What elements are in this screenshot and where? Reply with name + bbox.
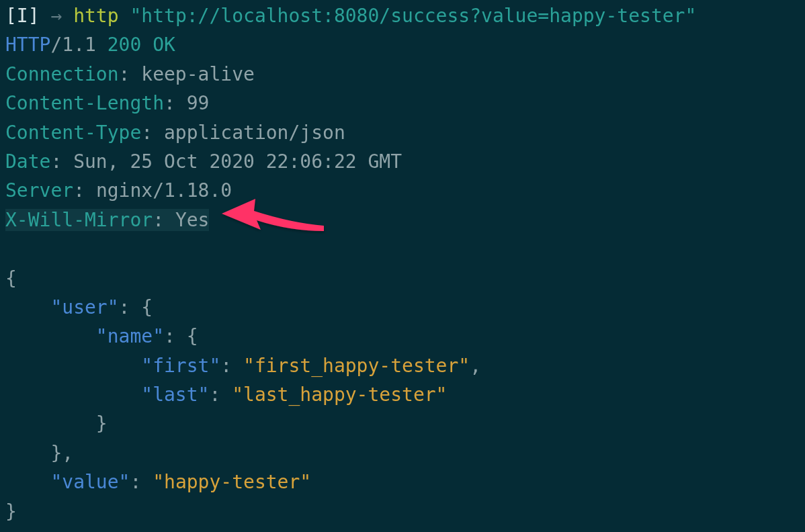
http-header-row: Date: Sun, 25 Oct 2020 22:06:22 GMT (5, 150, 402, 173)
http-version: 1.1 (62, 34, 96, 56)
colon: : (130, 471, 141, 493)
json-key-user: "user" (50, 296, 118, 318)
colon: : (73, 179, 85, 202)
brace-close: } (5, 500, 17, 523)
json-key-name: "name" (96, 325, 164, 347)
comma: , (470, 355, 481, 377)
http-slash: / (50, 34, 62, 56)
brace-open: { (187, 325, 198, 347)
http-header-name: Content-Type (5, 122, 141, 144)
http-header-name: Server (5, 179, 73, 202)
http-header-value: Yes (175, 209, 210, 231)
brace-close: } (96, 412, 108, 435)
http-header-row: X-Will-Mirror: Yes (5, 209, 209, 231)
http-header-value: Sun, 25 Oct 2020 22:06:22 GMT (73, 150, 402, 173)
comma: , (62, 442, 73, 464)
brace-close: } (50, 442, 62, 464)
http-header-name: Content-Length (5, 92, 164, 114)
terminal-output[interactable]: [I] → http "http://localhost:8080/succes… (0, 0, 805, 531)
colon: : (153, 209, 164, 231)
json-body: { "user": { "name": { "first": "first_ha… (5, 267, 481, 523)
colon: : (141, 122, 153, 144)
brace-open: { (141, 296, 153, 318)
http-header-value: keep-alive (141, 63, 255, 85)
http-header-name: Connection (5, 63, 119, 85)
colon: : (164, 325, 175, 347)
colon: : (220, 355, 232, 377)
http-header-value: nginx/1.18.0 (96, 179, 232, 202)
http-header-row: Connection: keep-alive (5, 63, 255, 85)
http-header-row: Content-Length: 99 (5, 92, 209, 114)
brace-open: { (5, 267, 17, 290)
json-key-last: "last" (141, 384, 209, 406)
http-status-line: HTTP/1.1 200 OK (5, 34, 175, 56)
http-status-code: 200 (108, 34, 142, 56)
json-string-value: "happy-tester" (153, 471, 311, 493)
json-string-last: "last_happy-tester" (232, 384, 447, 406)
prompt-mode: [I] (5, 5, 40, 27)
http-status-reason: OK (153, 34, 175, 56)
json-key-value: "value" (50, 471, 130, 493)
http-header-name: X-Will-Mirror (5, 209, 153, 231)
json-key-first: "first" (141, 355, 220, 377)
command-name: http (73, 5, 118, 27)
colon: : (209, 384, 220, 406)
http-header-value: application/json (164, 122, 345, 144)
colon: : (164, 92, 175, 114)
http-protocol: HTTP (5, 34, 50, 56)
http-header-name: Date (5, 150, 50, 173)
http-header-row: Server: nginx/1.18.0 (5, 179, 232, 202)
command-arg-url: "http://localhost:8080/success?value=hap… (130, 5, 696, 27)
prompt-line: [I] → http "http://localhost:8080/succes… (5, 5, 696, 27)
http-header-value: 99 (187, 92, 210, 114)
colon: : (119, 296, 130, 318)
http-header-row: Content-Type: application/json (5, 122, 345, 144)
prompt-arrow-icon: → (50, 5, 62, 27)
colon: : (119, 63, 130, 85)
colon: : (50, 150, 62, 173)
json-string-first: "first_happy-tester" (243, 355, 470, 377)
